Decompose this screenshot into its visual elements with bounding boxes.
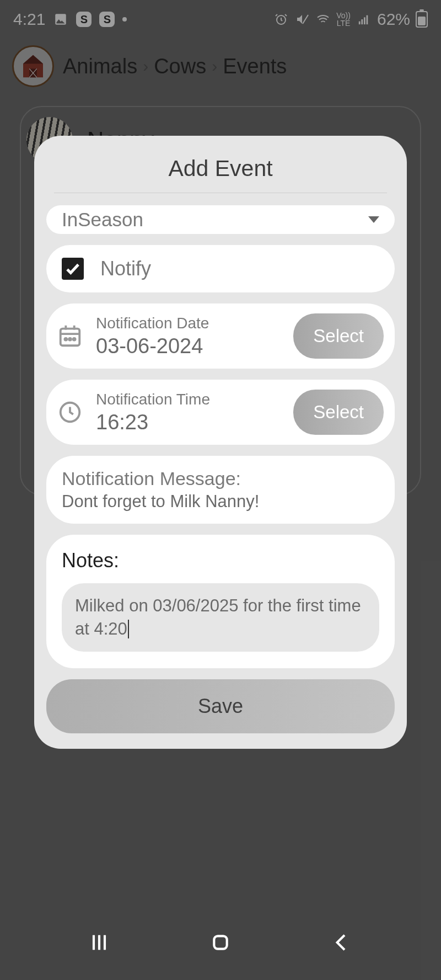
modal-title: Add Event — [54, 156, 387, 193]
system-nav-bar — [0, 919, 441, 980]
nav-recents-button[interactable] — [83, 931, 116, 954]
chevron-down-icon — [368, 216, 379, 223]
notes-label: Notes: — [62, 549, 379, 572]
svg-rect-8 — [61, 329, 80, 346]
svg-point-13 — [69, 338, 71, 340]
select-time-button[interactable]: Select — [293, 390, 384, 435]
save-button[interactable]: Save — [46, 679, 395, 733]
notify-checkbox[interactable] — [62, 258, 84, 280]
notify-row: Notify — [46, 245, 395, 292]
time-value: 16:23 — [96, 411, 280, 434]
event-type-value: InSeason — [62, 209, 143, 231]
notes-value: Milked on 03/06/2025 for the first time … — [75, 596, 361, 638]
notification-message-row[interactable]: Notification Message: Dont forget to Mil… — [46, 456, 395, 524]
message-value: Dont forget to Milk Nanny! — [62, 492, 379, 512]
select-date-button[interactable]: Select — [293, 313, 384, 359]
notes-row: Notes: Milked on 03/06/2025 for the firs… — [46, 535, 395, 668]
nav-back-button[interactable] — [325, 931, 358, 954]
event-type-dropdown[interactable]: InSeason — [46, 205, 395, 234]
message-label: Notification Message: — [62, 468, 379, 489]
time-label: Notification Time — [96, 391, 280, 408]
notify-label: Notify — [100, 257, 151, 280]
notification-time-row: Notification Time 16:23 Select — [46, 380, 395, 445]
svg-rect-19 — [214, 936, 227, 949]
svg-point-12 — [64, 338, 67, 340]
svg-point-14 — [73, 338, 76, 340]
nav-home-button[interactable] — [204, 931, 237, 954]
clock-icon — [57, 400, 83, 425]
date-label: Notification Date — [96, 315, 280, 332]
notes-input[interactable]: Milked on 03/06/2025 for the first time … — [62, 583, 379, 652]
add-event-modal: Add Event InSeason Notify Notification D… — [34, 136, 407, 749]
notification-date-row: Notification Date 03-06-2024 Select — [46, 303, 395, 369]
calendar-icon — [57, 323, 83, 349]
date-value: 03-06-2024 — [96, 334, 280, 358]
text-cursor — [128, 620, 129, 638]
